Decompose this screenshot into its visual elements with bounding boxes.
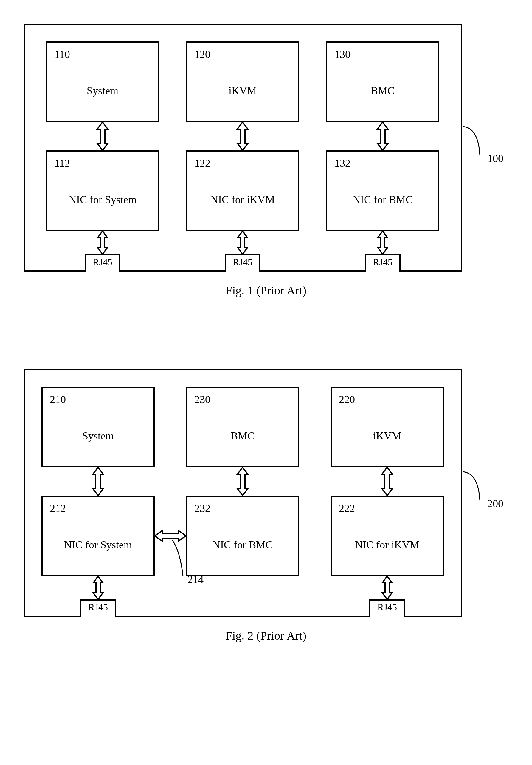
double-arrow-icon — [374, 122, 392, 150]
fig2-side-ref-text: 214 — [187, 573, 203, 585]
rj45-label: RJ45 — [377, 602, 397, 612]
double-arrow-icon — [94, 231, 111, 254]
box-130-num: 130 — [334, 48, 351, 61]
rj45-label: RJ45 — [88, 602, 108, 612]
box-232: 232 NIC for BMC — [186, 495, 299, 576]
box-122-num: 122 — [194, 157, 210, 170]
box-222: 222 NIC for iKVM — [331, 495, 444, 576]
fig2-caption: Fig. 2 (Prior Art) — [24, 629, 508, 643]
box-220-num: 220 — [339, 393, 355, 406]
box-230-label: BMC — [187, 429, 298, 442]
rj45-port: RJ45 — [365, 254, 400, 272]
fig2-side-ref: 214 — [187, 573, 203, 586]
fig1-board: 110 System 120 iKVM 130 BMC 112 NIC for … — [24, 24, 462, 272]
box-210-label: System — [43, 429, 153, 442]
double-arrow-icon — [378, 467, 396, 495]
box-130: 130 BMC — [326, 41, 439, 122]
box-132: 132 NIC for BMC — [326, 150, 439, 231]
box-232-label: NIC for BMC — [187, 538, 298, 551]
box-230: 230 BMC — [186, 387, 299, 467]
box-212-num: 212 — [50, 502, 66, 515]
box-122-label: NIC for iKVM — [187, 193, 298, 206]
rj45-label: RJ45 — [93, 257, 113, 267]
fig2-board: 210 System 230 BMC 220 iKVM 212 NIC for … — [24, 369, 462, 617]
fig1-ref-text: 100 — [487, 153, 503, 164]
box-232-num: 232 — [194, 502, 210, 515]
double-arrow-icon — [234, 231, 251, 254]
double-arrow-icon — [90, 576, 107, 599]
box-130-label: BMC — [327, 84, 438, 97]
rj45-port: RJ45 — [80, 599, 116, 617]
box-110: 110 System — [46, 41, 159, 122]
figure-1: 110 System 120 iKVM 130 BMC 112 NIC for … — [24, 24, 508, 298]
fig1-ref: 100 — [487, 152, 503, 165]
double-arrow-icon — [234, 467, 252, 495]
rj45-label: RJ45 — [373, 257, 393, 267]
box-230-num: 230 — [194, 393, 210, 406]
box-112-num: 112 — [54, 157, 70, 170]
box-210-num: 210 — [50, 393, 66, 406]
box-132-label: NIC for BMC — [327, 193, 438, 206]
double-arrow-icon — [374, 231, 391, 254]
double-arrow-icon — [234, 122, 252, 150]
box-120-num: 120 — [194, 48, 210, 61]
double-arrow-icon — [379, 576, 396, 599]
leader-curve-icon — [171, 539, 189, 578]
fig2-ref: 200 — [487, 497, 503, 510]
rj45-label: RJ45 — [233, 257, 252, 267]
box-132-num: 132 — [334, 157, 351, 170]
fig1-caption: Fig. 1 (Prior Art) — [24, 284, 508, 298]
box-112: 112 NIC for System — [46, 150, 159, 231]
box-212-label: NIC for System — [43, 538, 153, 551]
box-222-label: NIC for iKVM — [332, 538, 442, 551]
double-arrow-icon — [89, 467, 107, 495]
box-112-label: NIC for System — [47, 193, 158, 206]
rj45-port: RJ45 — [369, 599, 405, 617]
box-210: 210 System — [41, 387, 155, 467]
leader-curve-icon — [462, 470, 489, 503]
rj45-port: RJ45 — [225, 254, 260, 272]
box-110-label: System — [47, 84, 158, 97]
box-212: 212 NIC for System — [41, 495, 155, 576]
fig2-ref-text: 200 — [487, 498, 503, 509]
double-arrow-icon — [94, 122, 112, 150]
rj45-port: RJ45 — [85, 254, 121, 272]
box-120-label: iKVM — [187, 84, 298, 97]
box-120: 120 iKVM — [186, 41, 299, 122]
box-110-num: 110 — [54, 48, 70, 61]
box-220-label: iKVM — [332, 429, 442, 442]
box-220: 220 iKVM — [331, 387, 444, 467]
figure-2: 210 System 230 BMC 220 iKVM 212 NIC for … — [24, 369, 508, 643]
box-122: 122 NIC for iKVM — [186, 150, 299, 231]
box-222-num: 222 — [339, 502, 355, 515]
leader-curve-icon — [462, 125, 489, 158]
